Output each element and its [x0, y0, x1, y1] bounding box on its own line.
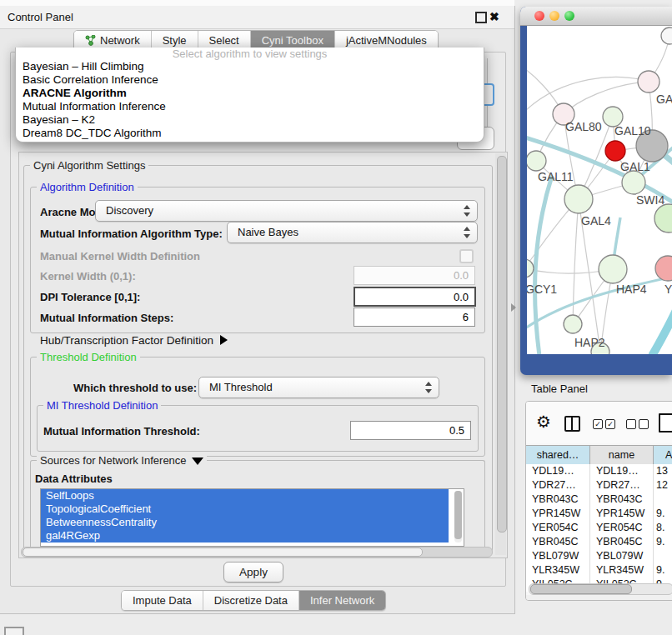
node-gal4[interactable]	[564, 185, 593, 213]
table-row[interactable]: YDR27… YDR27… 12	[526, 478, 672, 492]
sources-toggle[interactable]: Sources for Network Inference	[37, 454, 207, 467]
stepper-icon	[424, 382, 431, 393]
node-gcy1[interactable]	[527, 259, 534, 278]
dpi-tolerance-field[interactable]: 0.0	[354, 287, 476, 307]
list-scrollbar-track[interactable]	[454, 491, 462, 542]
top-strip	[0, 0, 514, 6]
which-threshold-select[interactable]: MI Threshold	[198, 377, 439, 398]
node-gal1[interactable]	[622, 171, 645, 194]
list-item[interactable]: SelfLoops	[41, 489, 449, 502]
popup-item[interactable]: Bayesian – K2	[16, 113, 484, 127]
column-header-clipped[interactable]: A	[654, 446, 672, 464]
node-label-gal1: GAL1	[620, 160, 650, 173]
close-traffic-light[interactable]	[534, 11, 544, 21]
tab-label: Impute Data	[133, 594, 192, 607]
cell: 9.	[654, 535, 672, 549]
list-item[interactable]: BetweennessCentrality	[41, 516, 449, 529]
attributes-list[interactable]: SelfLoops TopologicalCoefficient Between…	[40, 488, 464, 547]
cyni-bottom-tabbar: Impute Data Discretize Data Infer Networ…	[121, 590, 386, 611]
manual-kernel-checkbox[interactable]	[459, 249, 474, 263]
node-gal11[interactable]	[527, 151, 546, 171]
network-window-titlebar[interactable]	[520, 7, 672, 26]
tab-discretize-data[interactable]: Discretize Data	[203, 591, 298, 610]
mi-steps-field[interactable]: 6	[354, 308, 475, 327]
popup-item[interactable]: Bayesian – Hill Climbing	[16, 60, 484, 73]
cell: 9.	[654, 507, 672, 521]
mi-threshold-field[interactable]: 0.5	[350, 421, 471, 440]
table-hscrollbar-thumb[interactable]	[530, 584, 632, 594]
panel-resize-handle[interactable]	[511, 303, 516, 312]
control-panel-window: Control Panel ✖ Network Style Select Cyn…	[0, 6, 515, 614]
zoom-traffic-light[interactable]	[564, 11, 574, 21]
node-label-hap4: HAP4	[616, 282, 647, 296]
close-icon[interactable]: ✖	[489, 9, 499, 24]
float-window-icon[interactable]	[475, 12, 487, 23]
cell: YBR045C	[590, 535, 654, 549]
control-panel-titlebar: Control Panel ✖	[0, 6, 514, 29]
list-item[interactable]: gal4RGexp	[41, 529, 449, 542]
tab-impute-data[interactable]: Impute Data	[122, 591, 203, 610]
node-label-gal4: GAL4	[581, 214, 611, 228]
minimize-traffic-light[interactable]	[549, 11, 559, 21]
select-all-checkbox-icon[interactable]: ✓	[593, 419, 603, 429]
node-swi4[interactable]	[654, 204, 672, 232]
node-hap2[interactable]	[564, 315, 582, 333]
node-label-gcy1: GCY1	[527, 282, 557, 296]
sources-title: Sources for Network Inference	[40, 454, 187, 467]
group-title: Cyni Algorithm Settings	[30, 159, 148, 172]
mi-steps-label: Mutual Information Steps:	[40, 312, 173, 324]
deselect-checkbox-icon[interactable]	[626, 419, 636, 429]
minimized-window-stub[interactable]	[4, 627, 24, 635]
mi-type-select[interactable]: Naive Bayes	[227, 222, 478, 243]
group-title-threshold: Threshold Definition	[37, 351, 140, 363]
node-hap4[interactable]	[599, 255, 627, 283]
table-row[interactable]: YDL19… YDL19… 13	[526, 464, 672, 478]
hub-definition-toggle[interactable]: Hub/Transcription Factor Definition	[40, 334, 228, 347]
popup-item[interactable]: Basic Correlation Inference	[16, 73, 484, 87]
settings-hscrollbar-thumb[interactable]	[23, 548, 423, 557]
tab-label: Select	[209, 34, 239, 47]
manual-kernel-label: Manual Kernel Width Definition	[40, 250, 200, 262]
column-view-icon[interactable]	[564, 416, 580, 432]
popup-item-selected[interactable]: ARACNE Algorithm	[16, 87, 484, 100]
network-graph[interactable]: GAL80 GAL10 GAL1 GAL11 GAL4 SWI4 GCY1 HA…	[527, 26, 672, 354]
document-icon[interactable]	[659, 413, 672, 432]
kernel-width-label: Kernel Width (0,1):	[40, 270, 136, 282]
column-header-name[interactable]: name	[590, 446, 654, 464]
popup-item[interactable]: Mutual Information Inference	[16, 100, 484, 113]
kernel-width-field[interactable]: 0.0	[354, 266, 475, 285]
table-row[interactable]: YPR145W YPR145W 9.	[526, 507, 672, 521]
list-item[interactable]: TopologicalCoefficient	[41, 502, 449, 516]
settings-scrollbar-thumb[interactable]	[497, 156, 507, 532]
column-header-shared-name[interactable]: shared…	[526, 446, 590, 464]
list-scrollbar-thumb[interactable]	[454, 491, 462, 539]
gear-icon[interactable]: ⚙	[536, 412, 551, 431]
deselect-checkbox-icon[interactable]	[639, 419, 649, 429]
table-hscrollbar-track[interactable]	[529, 583, 672, 595]
cell: YBR043C	[526, 492, 590, 507]
node-selected-red[interactable]	[605, 141, 625, 161]
table-row[interactable]: YBR045C YBR045C 9.	[526, 535, 672, 549]
cell: YLR345W	[526, 563, 590, 578]
node-unlabeled-top[interactable]	[661, 28, 672, 44]
table-row[interactable]: YBR043C YBR043C	[526, 492, 672, 507]
apply-button[interactable]: Apply	[223, 562, 283, 582]
table-row[interactable]: YER054C YER054C 8.	[526, 521, 672, 535]
popup-item[interactable]: Dream8 DC_TDC Algorithm	[16, 127, 484, 140]
aracne-mode-select[interactable]: Discovery	[95, 200, 478, 222]
table-panel-footer	[526, 595, 672, 600]
table-row[interactable]: YLR345W YLR345W 9.	[526, 563, 672, 578]
settings-hscrollbar-track[interactable]	[21, 547, 493, 558]
table-row[interactable]: YBL079W YBL079W	[526, 549, 672, 563]
node-salmon[interactable]	[655, 256, 672, 281]
cell: YBL079W	[590, 549, 654, 563]
network-canvas[interactable]: GAL80 GAL10 GAL1 GAL11 GAL4 SWI4 GCY1 HA…	[527, 26, 672, 354]
cell: YLR345W	[590, 563, 654, 578]
algorithm-dropdown-popup: Select algorithm to view settings Bayesi…	[15, 48, 484, 142]
popup-hint: Select algorithm to view settings	[16, 48, 484, 60]
node-gal7[interactable]	[638, 71, 659, 92]
node-label-swi4: SWI4	[636, 193, 664, 207]
tab-infer-network[interactable]: Infer Network	[298, 591, 385, 610]
select-all-checkbox-icon[interactable]: ✓	[605, 419, 615, 429]
cell: YBR043C	[590, 492, 654, 507]
